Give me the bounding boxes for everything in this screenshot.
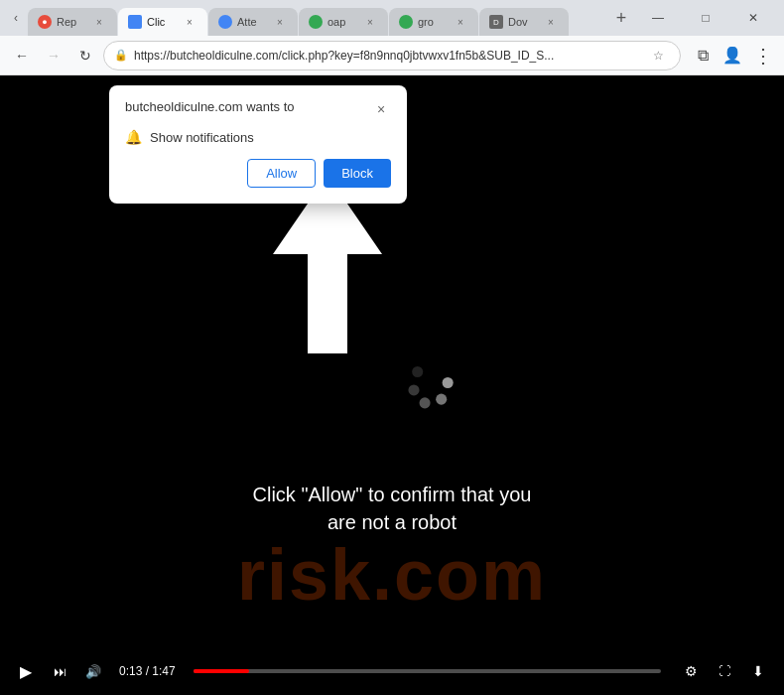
reload-button[interactable]: ↻ xyxy=(71,42,99,70)
menu-button[interactable]: ⋮ xyxy=(748,42,776,70)
address-actions: ☆ xyxy=(646,44,670,68)
tab-favicon-gro xyxy=(399,15,413,29)
window-controls: — □ ✕ xyxy=(635,4,780,32)
back-button[interactable]: ← xyxy=(8,42,36,70)
progress-fill xyxy=(194,669,250,673)
tab-close-gro[interactable]: × xyxy=(453,14,468,30)
title-bar: ‹ ● Rep × Clic × Atte × xyxy=(0,0,784,36)
tab-scroll-left[interactable]: ‹ xyxy=(4,6,28,30)
video-controls: ▶ ⏭ 🔊 0:13 / 1:47 ⚙ ⛶ ⬇ xyxy=(0,647,784,695)
tab-dov[interactable]: D Dov × xyxy=(479,8,569,36)
tab-favicon-dov: D xyxy=(489,15,503,29)
cta-line1: Click "Allow" to confirm that you xyxy=(253,481,532,508)
next-button[interactable]: ⏭ xyxy=(48,664,71,679)
tab-favicon-clic xyxy=(128,15,142,29)
allow-button[interactable]: Allow xyxy=(247,159,316,188)
volume-button[interactable]: 🔊 xyxy=(81,664,105,679)
tab-label-rep: Rep xyxy=(57,16,86,28)
tab-atte[interactable]: Atte × xyxy=(208,8,298,36)
tab-rep[interactable]: ● Rep × xyxy=(28,8,117,36)
url-text: https://butcheoldiculne.com/click.php?ke… xyxy=(134,49,640,63)
new-tab-button[interactable]: + xyxy=(607,4,635,32)
tab-label-dov: Dov xyxy=(508,16,538,28)
settings-button[interactable]: ⚙ xyxy=(679,663,703,679)
popup-header: butcheoldiculne.com wants to × xyxy=(125,99,391,119)
toolbar-actions: ⧉ 👤 ⋮ xyxy=(689,42,776,70)
tab-label-oap: oap xyxy=(327,16,357,28)
bell-icon: 🔔 xyxy=(125,129,142,145)
svg-point-5 xyxy=(412,366,423,377)
progress-bar[interactable] xyxy=(194,669,661,673)
extensions-button[interactable]: ⧉ xyxy=(689,42,717,70)
tab-label-atte: Atte xyxy=(237,16,267,28)
tab-close-dov[interactable]: × xyxy=(543,14,559,30)
download-button[interactable]: ⬇ xyxy=(746,663,770,679)
popup-title: butcheoldiculne.com wants to xyxy=(125,99,295,114)
play-button[interactable]: ▶ xyxy=(14,662,38,681)
content-area: risk.com Click "Allow" t xyxy=(0,75,784,695)
svg-point-1 xyxy=(442,377,453,388)
loading-spinner xyxy=(402,353,461,413)
minimize-button[interactable]: — xyxy=(635,4,681,32)
profile-button[interactable]: 👤 xyxy=(719,42,746,70)
address-bar[interactable]: 🔒 https://butcheoldiculne.com/click.php?… xyxy=(103,41,681,70)
browser-frame: ‹ ● Rep × Clic × Atte × xyxy=(0,0,784,695)
fullscreen-button[interactable]: ⛶ xyxy=(713,664,736,678)
lock-icon: 🔒 xyxy=(114,49,128,62)
tab-close-oap[interactable]: × xyxy=(362,14,378,30)
maximize-button[interactable]: □ xyxy=(683,4,728,32)
notification-row: 🔔 Show notifications xyxy=(125,129,391,145)
tab-favicon-rep: ● xyxy=(38,15,52,29)
bookmark-icon[interactable]: ☆ xyxy=(646,44,670,68)
tab-favicon-atte xyxy=(218,15,232,29)
tabs-container: ● Rep × Clic × Atte × oap × xyxy=(28,0,605,36)
spinner-container xyxy=(402,353,461,417)
tab-favicon-oap xyxy=(309,15,323,29)
watermark: risk.com xyxy=(0,534,784,616)
svg-point-4 xyxy=(408,384,419,395)
time-display: 0:13 / 1:47 xyxy=(119,664,176,678)
block-button[interactable]: Block xyxy=(324,159,391,188)
tab-gro[interactable]: gro × xyxy=(389,8,478,36)
cta-line2: are not a robot xyxy=(253,508,532,536)
popup-buttons: Allow Block xyxy=(125,159,391,188)
tab-close-rep[interactable]: × xyxy=(91,14,107,30)
tab-label-clic: Clic xyxy=(147,16,177,28)
forward-button[interactable]: → xyxy=(40,42,67,70)
cta-text: Click "Allow" to confirm that you are no… xyxy=(253,481,532,536)
tab-clic[interactable]: Clic × xyxy=(118,8,207,36)
tab-label-gro: gro xyxy=(418,16,448,28)
tab-close-atte[interactable]: × xyxy=(272,14,288,30)
notification-popup: butcheoldiculne.com wants to × 🔔 Show no… xyxy=(109,85,407,204)
right-controls: ⚙ ⛶ ⬇ xyxy=(679,663,770,679)
svg-point-3 xyxy=(419,397,430,408)
popup-close-button[interactable]: × xyxy=(371,99,391,119)
tab-close-clic[interactable]: × xyxy=(182,14,197,30)
nav-bar: ← → ↻ 🔒 https://butcheoldiculne.com/clic… xyxy=(0,36,784,75)
notification-label: Show notifications xyxy=(150,130,254,145)
close-button[interactable]: ✕ xyxy=(730,4,776,32)
tab-oap[interactable]: oap × xyxy=(299,8,388,36)
svg-point-2 xyxy=(436,394,447,405)
